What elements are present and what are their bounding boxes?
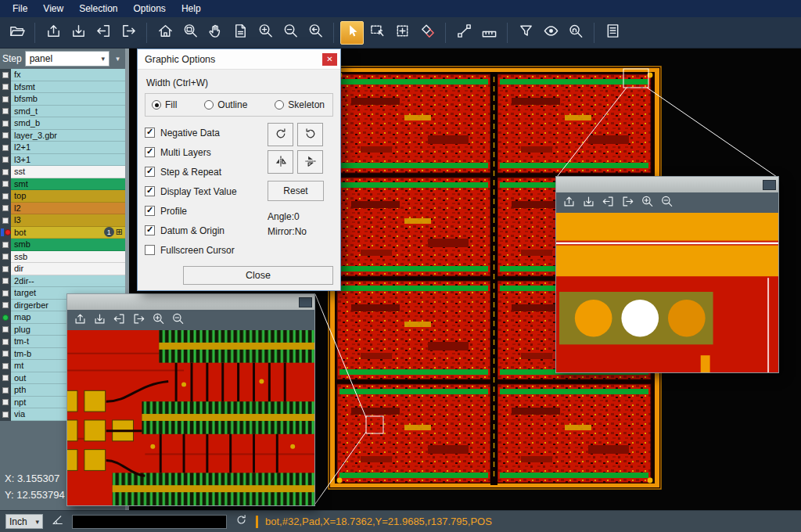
layer-checkbox[interactable]	[2, 156, 9, 163]
menu-item[interactable]: Selection	[71, 1, 125, 16]
toolbar-button[interactable]	[92, 21, 115, 45]
layer-name-cell[interactable]: bot 1	[11, 227, 125, 239]
toolbar-button[interactable]	[41, 21, 65, 45]
layer-checkbox[interactable]	[2, 253, 9, 260]
transform-button[interactable]	[268, 123, 293, 146]
layer-checkbox[interactable]	[2, 278, 9, 284]
layer-name-cell[interactable]: 2dir--	[11, 275, 125, 288]
layer-row[interactable]: smb	[0, 239, 125, 251]
sidebar-collapse-icon[interactable]	[113, 55, 123, 63]
toolbar-button[interactable]	[178, 21, 202, 45]
layer-row[interactable]: l2	[0, 203, 125, 215]
layer-row[interactable]: fx	[0, 69, 125, 81]
layer-checkbox[interactable]	[2, 326, 9, 332]
layer-name-cell[interactable]: dir	[11, 263, 125, 275]
layer-name-cell[interactable]: smb	[11, 239, 125, 251]
toolbar-button[interactable]	[514, 21, 537, 45]
magnifier-tool-button[interactable]	[130, 311, 147, 329]
refresh-icon[interactable]	[234, 514, 249, 529]
angle-measure-icon[interactable]	[50, 514, 65, 529]
layer-checkbox[interactable]	[2, 302, 9, 308]
menu-item[interactable]: File	[5, 1, 35, 16]
layer-checkbox[interactable]	[2, 242, 9, 248]
layer-row[interactable]: smd_b	[0, 117, 125, 130]
toolbar-button[interactable]	[153, 21, 177, 45]
display-option-checkbox[interactable]: Display Text Value	[145, 182, 263, 201]
toolbar-button[interactable]	[5, 21, 28, 45]
magnifier2-viewport[interactable]	[556, 213, 778, 372]
unit-selector[interactable]: Inch	[5, 514, 43, 529]
layer-checkbox[interactable]	[2, 169, 9, 175]
toolbar-button[interactable]	[304, 21, 327, 45]
magnifier-tool-button[interactable]	[638, 194, 656, 211]
layer-row[interactable]: sst	[0, 166, 125, 178]
magnifier-tool-button[interactable]	[149, 311, 167, 329]
fill-mode-radio[interactable]: Fill	[152, 99, 177, 110]
toolbar-button[interactable]	[340, 21, 364, 45]
layer-checkbox[interactable]	[2, 84, 9, 90]
toolbar-button[interactable]	[477, 21, 501, 45]
layer-row[interactable]: top	[0, 190, 125, 203]
toolbar-button[interactable]	[278, 21, 302, 45]
magnifier-tool-button[interactable]	[599, 194, 616, 211]
magnifier-tool-button[interactable]	[91, 311, 108, 329]
layer-checkbox[interactable]	[2, 120, 9, 127]
layer-checkbox[interactable]	[2, 375, 9, 381]
transform-button[interactable]	[297, 150, 323, 174]
magnifier-tool-button[interactable]	[71, 311, 88, 329]
magnifier-tool-button[interactable]	[658, 194, 675, 211]
layer-name-cell[interactable]: smd_t	[11, 106, 125, 118]
layer-name-cell[interactable]: smd_b	[11, 117, 125, 130]
dialog-titlebar[interactable]: Graphic Options	[138, 49, 340, 70]
layer-row[interactable]: dir	[0, 263, 125, 275]
toolbar-button[interactable]	[66, 21, 90, 45]
layer-checkbox[interactable]	[2, 193, 9, 200]
layer-name-cell[interactable]: l3+1	[11, 154, 125, 167]
display-option-checkbox[interactable]: Profile	[145, 201, 263, 221]
toolbar-button[interactable]	[390, 21, 414, 45]
layer-name-cell[interactable]: smt	[11, 178, 125, 191]
layer-name-cell[interactable]: ssb	[11, 251, 125, 264]
layer-checkbox[interactable]	[2, 181, 9, 187]
display-option-checkbox[interactable]: Step & Repeat	[145, 162, 263, 182]
step-selector[interactable]: panel	[25, 51, 110, 66]
layer-name-cell[interactable]: l3	[11, 214, 125, 227]
toolbar-button[interactable]	[117, 21, 140, 45]
layer-name-cell[interactable]: fx	[11, 69, 125, 81]
magnifier-tool-button[interactable]	[110, 311, 128, 329]
window-menu-button[interactable]	[299, 297, 312, 307]
layer-checkbox[interactable]	[2, 387, 9, 394]
magnifier1-viewport[interactable]	[67, 330, 314, 505]
toolbar-button[interactable]	[539, 21, 562, 45]
command-input[interactable]	[72, 515, 227, 529]
display-option-checkbox[interactable]: Negative Data	[145, 123, 263, 142]
layer-row[interactable]: smd_t	[0, 106, 125, 118]
layer-name-cell[interactable]: bfsmb	[11, 93, 125, 106]
magnifier-tool-button[interactable]	[169, 311, 186, 329]
layer-checkbox[interactable]	[2, 266, 9, 272]
transform-button[interactable]	[268, 150, 293, 174]
toolbar-button[interactable]	[601, 21, 624, 45]
layer-checkbox[interactable]	[2, 399, 9, 405]
layer-checkbox[interactable]	[2, 339, 9, 345]
toolbar-button[interactable]	[253, 21, 277, 45]
layer-checkbox[interactable]	[2, 363, 9, 369]
layer-name-cell[interactable]: top	[11, 190, 125, 203]
display-option-checkbox[interactable]: Datum & Origin	[145, 221, 263, 240]
window-menu-button[interactable]	[763, 180, 776, 190]
fill-mode-radio[interactable]: Skeleton	[275, 99, 325, 110]
fill-mode-radio[interactable]: Outline	[204, 99, 247, 110]
toolbar-button[interactable]	[452, 21, 476, 45]
transform-button[interactable]	[297, 123, 323, 146]
layer-checkbox[interactable]	[2, 108, 9, 114]
menu-item[interactable]: View	[35, 1, 71, 16]
layer-checkbox[interactable]	[2, 205, 9, 211]
magnifier1-titlebar[interactable]	[67, 294, 314, 310]
layer-name-cell[interactable]: layer_3.gbr	[11, 130, 125, 142]
menu-item[interactable]: Help	[174, 1, 209, 16]
layer-row[interactable]: bfsmb	[0, 93, 125, 106]
display-option-checkbox[interactable]: Fullscreen Cursor	[145, 240, 263, 260]
toolbar-button[interactable]	[415, 21, 439, 45]
toolbar-button[interactable]	[365, 21, 389, 45]
toolbar-button[interactable]	[228, 21, 252, 45]
